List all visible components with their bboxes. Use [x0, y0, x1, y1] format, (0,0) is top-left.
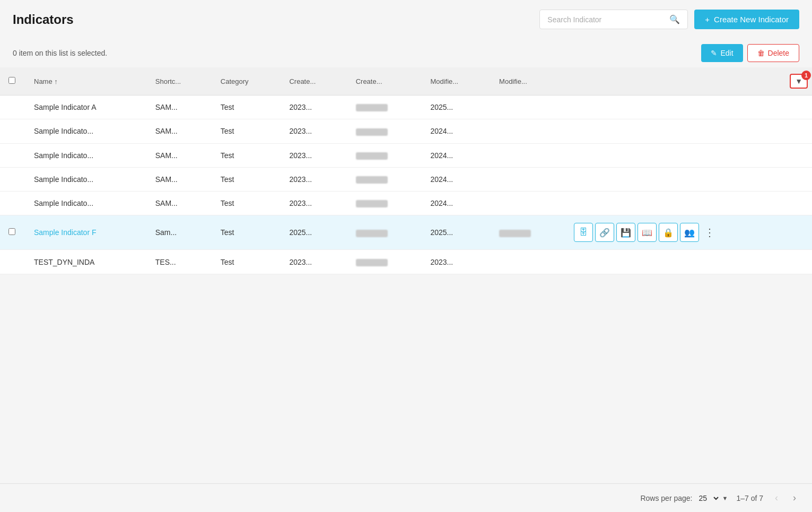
table-container: Name ↑ Shortc... Category Create... Crea…	[0, 67, 812, 274]
row-actions-cell	[565, 167, 812, 191]
row-actions: 🗄🔗💾📖🔒👥⋮	[574, 223, 804, 242]
row-shortcode: SAM...	[147, 96, 212, 119]
row-shortcode: Sam...	[147, 215, 212, 250]
row-shortcode: SAM...	[147, 143, 212, 167]
row-shortcode: TES...	[147, 250, 212, 274]
row-actions-cell: 🗄🔗💾📖🔒👥⋮	[565, 215, 812, 250]
create-indicator-button[interactable]: + Create New Indicator	[694, 10, 799, 29]
row-actions-cell	[565, 96, 812, 119]
database-icon-btn[interactable]: 🗄	[574, 223, 593, 242]
row-created-date: 2023...	[281, 192, 347, 215]
row-checkbox[interactable]	[8, 228, 15, 235]
users-icon-btn[interactable]: 👥	[680, 223, 699, 242]
row-modified-by	[491, 215, 565, 250]
row-created-by	[347, 119, 422, 143]
row-checkbox-cell	[0, 215, 25, 250]
row-name: Sample Indicator A	[25, 96, 147, 119]
row-created-date: 2023...	[281, 119, 347, 143]
row-shortcode: SAM...	[147, 167, 212, 191]
table-body: Sample Indicator ASAM...Test2023...2025.…	[0, 96, 812, 274]
page-header: Indicators 🔍 + Create New Indicator	[0, 0, 812, 39]
search-icon: 🔍	[669, 14, 680, 24]
header-modified-date: Modifie...	[422, 67, 491, 96]
row-name[interactable]: Sample Indicator F	[25, 215, 147, 250]
link-database-icon-btn[interactable]: 🔗	[595, 223, 614, 242]
row-shortcode: SAM...	[147, 119, 212, 143]
row-created-date: 2025...	[281, 215, 347, 250]
row-created-by	[347, 167, 422, 191]
row-checkbox-cell	[0, 143, 25, 167]
row-created-by	[347, 143, 422, 167]
row-actions-cell	[565, 119, 812, 143]
row-modified-date: 2024...	[422, 143, 491, 167]
row-created-date: 2023...	[281, 250, 347, 274]
filter-button[interactable]: ▼ 1	[790, 74, 808, 89]
row-category: Test	[212, 250, 281, 274]
row-category: Test	[212, 215, 281, 250]
page-title: Indicators	[13, 12, 74, 27]
header-filter-col: ▼ 1	[565, 67, 812, 96]
row-checkbox-cell	[0, 250, 25, 274]
row-modified-by	[491, 119, 565, 143]
row-name: Sample Indicato...	[25, 119, 147, 143]
row-name: Sample Indicato...	[25, 192, 147, 215]
row-modified-by	[491, 96, 565, 119]
table-header-row: Name ↑ Shortc... Category Create... Crea…	[0, 67, 812, 96]
header-actions: 🔍 + Create New Indicator	[539, 10, 799, 29]
toolbar-buttons: ✎ Edit 🗑 Delete	[701, 44, 799, 62]
header-created-by: Create...	[347, 67, 422, 96]
row-created-date: 2023...	[281, 96, 347, 119]
edit-label: Edit	[720, 49, 733, 57]
row-shortcode: SAM...	[147, 192, 212, 215]
indicators-table: Name ↑ Shortc... Category Create... Crea…	[0, 67, 812, 274]
header-name[interactable]: Name ↑	[25, 67, 147, 96]
edit-icon: ✎	[711, 49, 717, 57]
header-shortcode: Shortc...	[147, 67, 212, 96]
selection-info: 0 item on this list is selected.	[13, 49, 107, 57]
row-modified-date: 2024...	[422, 167, 491, 191]
edit-button[interactable]: ✎ Edit	[701, 44, 743, 62]
row-checkbox-cell	[0, 192, 25, 215]
row-actions-cell	[565, 192, 812, 215]
row-checkbox-cell	[0, 167, 25, 191]
toolbar: 0 item on this list is selected. ✎ Edit …	[0, 39, 812, 67]
row-checkbox-cell	[0, 96, 25, 119]
search-input[interactable]	[547, 15, 665, 24]
row-modified-date: 2024...	[422, 192, 491, 215]
header-modified-by: Modifie...	[491, 67, 565, 96]
lock-icon-btn[interactable]: 🔒	[659, 223, 678, 242]
select-all-checkbox[interactable]	[8, 77, 15, 84]
row-actions-cell	[565, 250, 812, 274]
row-name: Sample Indicato...	[25, 143, 147, 167]
row-created-by	[347, 250, 422, 274]
row-created-by	[347, 192, 422, 215]
delete-button[interactable]: 🗑 Delete	[747, 44, 799, 62]
row-actions-cell	[565, 143, 812, 167]
header-created-date: Create...	[281, 67, 347, 96]
row-modified-by	[491, 143, 565, 167]
book-icon-btn[interactable]: 📖	[638, 223, 657, 242]
header-category: Category	[212, 67, 281, 96]
table-row: Sample Indicato...SAM...Test2023...2024.…	[0, 119, 812, 143]
row-modified-date: 2023...	[422, 250, 491, 274]
row-category: Test	[212, 96, 281, 119]
trash-icon: 🗑	[757, 49, 765, 57]
row-modified-by	[491, 192, 565, 215]
row-modified-by	[491, 250, 565, 274]
row-name: Sample Indicato...	[25, 167, 147, 191]
row-created-by	[347, 215, 422, 250]
plus-icon: +	[705, 15, 710, 24]
row-modified-date: 2024...	[422, 119, 491, 143]
row-category: Test	[212, 119, 281, 143]
more-options-button[interactable]: ⋮	[701, 224, 718, 241]
table-row: Sample Indicator FSam...Test2025...2025.…	[0, 215, 812, 250]
save-icon-btn[interactable]: 💾	[616, 223, 635, 242]
table-row: Sample Indicato...SAM...Test2023...2024.…	[0, 143, 812, 167]
row-checkbox-cell	[0, 119, 25, 143]
search-box[interactable]: 🔍	[539, 10, 688, 29]
delete-label: Delete	[768, 49, 789, 57]
create-button-label: Create New Indicator	[714, 15, 789, 24]
table-row: Sample Indicato...SAM...Test2023...2024.…	[0, 167, 812, 191]
header-checkbox-col	[0, 67, 25, 96]
row-modified-date: 2025...	[422, 96, 491, 119]
